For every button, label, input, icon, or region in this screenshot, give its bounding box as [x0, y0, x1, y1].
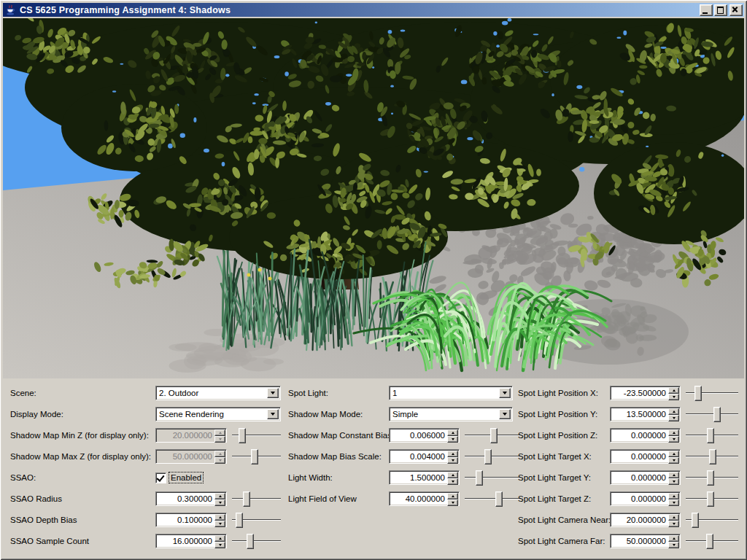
- slider-thumb[interactable]: [713, 407, 721, 422]
- spot-light-target-y-slider[interactable]: [686, 470, 738, 486]
- dropdown-arrow-button[interactable]: [499, 388, 511, 398]
- slider-thumb[interactable]: [495, 491, 503, 507]
- scene-3d-viewport[interactable]: [3, 18, 744, 378]
- spinner-up-button[interactable]: [668, 387, 679, 394]
- ssao-radius-slider[interactable]: [232, 491, 281, 507]
- spot-light-target-z-slider[interactable]: [686, 491, 738, 507]
- spinner-up-button[interactable]: [214, 514, 225, 521]
- slider-thumb[interactable]: [247, 534, 254, 549]
- slider-thumb[interactable]: [706, 534, 713, 549]
- spinner-up-button[interactable]: [447, 451, 458, 457]
- spinner-up-button[interactable]: [668, 514, 679, 521]
- dropdown-arrow-button[interactable]: [267, 388, 279, 398]
- spot-light-target-z-spinner[interactable]: 0.000000: [610, 491, 681, 506]
- ssao-checkbox-label[interactable]: Enabled: [169, 472, 204, 483]
- spinner-up-button[interactable]: [668, 451, 679, 457]
- shadow-map-bias-scale-spinner[interactable]: 0.004000: [389, 449, 460, 464]
- spot-light-camera-near-slider[interactable]: [686, 513, 738, 528]
- java-coffee-cup-icon: [5, 4, 17, 16]
- triangle-up-icon: [452, 494, 454, 497]
- spinner-up-button[interactable]: [668, 472, 679, 478]
- spinner-up-button[interactable]: [214, 493, 225, 499]
- light-width-spinner[interactable]: 1.500000: [389, 470, 460, 485]
- spinner-down-button[interactable]: [447, 457, 458, 464]
- ssao-depth-bias-slider[interactable]: [232, 513, 281, 528]
- spinner-down-button[interactable]: [214, 542, 225, 548]
- spinner-down-button[interactable]: [668, 415, 679, 421]
- ssao-sample-count-value: 16.000000: [156, 534, 214, 548]
- triangle-down-icon: [673, 417, 676, 421]
- slider-thumb[interactable]: [236, 513, 243, 528]
- spot-light-target-y-spinner[interactable]: 0.000000: [610, 470, 681, 485]
- dropdown-arrow-button[interactable]: [267, 409, 279, 419]
- slider-thumb[interactable]: [692, 513, 699, 528]
- slider-thumb[interactable]: [476, 470, 483, 486]
- spot-light-position-x-slider[interactable]: [686, 386, 738, 401]
- spot-light-position-x-spinner[interactable]: -23.500000: [610, 386, 681, 400]
- spinner-up-button[interactable]: [447, 429, 458, 436]
- spinner-down-button[interactable]: [214, 499, 225, 506]
- spinner-down-button[interactable]: [668, 436, 679, 443]
- ssao-sample-count-spinner[interactable]: 16.000000: [155, 534, 227, 548]
- shadow-map-bias-scale-slider[interactable]: [465, 449, 521, 464]
- spinner-up-button[interactable]: [668, 493, 679, 499]
- maximize-button[interactable]: [714, 4, 727, 16]
- ssao-depth-bias-spinner[interactable]: 0.100000: [155, 513, 227, 527]
- spinner-down-button[interactable]: [447, 478, 458, 485]
- light-width-slider[interactable]: [465, 470, 521, 486]
- spinner-up-button[interactable]: [214, 535, 225, 542]
- close-button[interactable]: [729, 4, 743, 16]
- spinner-up-button[interactable]: [447, 493, 458, 499]
- checkmark-icon: [156, 473, 164, 482]
- spinner-down-button[interactable]: [668, 521, 679, 527]
- spinner-down-button[interactable]: [668, 478, 679, 485]
- spot-light-position-z-spinner[interactable]: 0.000000: [610, 428, 681, 443]
- ssao-checkbox[interactable]: [155, 472, 166, 483]
- shadow-map-constant-bias-slider[interactable]: [465, 428, 521, 443]
- slider-thumb[interactable]: [707, 470, 714, 486]
- spot-light-dropdown[interactable]: 1: [389, 386, 513, 400]
- slider-thumb[interactable]: [694, 386, 702, 401]
- spot-light-camera-far-slider[interactable]: [686, 534, 738, 549]
- light-field-of-view-slider[interactable]: [465, 491, 521, 507]
- scene-dropdown[interactable]: 2. Outdoor: [155, 386, 281, 400]
- spot-light-target-x-spinner[interactable]: 0.000000: [610, 449, 681, 464]
- spinner-down-button[interactable]: [447, 499, 458, 506]
- slider-thumb[interactable]: [707, 428, 714, 443]
- spinner-down-button[interactable]: [668, 542, 679, 548]
- minimize-button[interactable]: [700, 4, 713, 16]
- slider-thumb[interactable]: [490, 428, 498, 443]
- spot-light-position-z-slider[interactable]: [686, 428, 738, 443]
- spinner-down-button[interactable]: [447, 436, 458, 443]
- spot-light-target-x-slider[interactable]: [686, 449, 738, 464]
- slider-thumb[interactable]: [709, 449, 716, 464]
- spinner-up-button[interactable]: [447, 472, 458, 478]
- spot-light-position-y-slider[interactable]: [686, 407, 738, 422]
- shadow-map-constant-bias-spinner[interactable]: 0.006000: [389, 428, 460, 443]
- slider-track: [686, 392, 738, 394]
- spinner-down-button[interactable]: [668, 457, 679, 464]
- titlebar[interactable]: CS 5625 Programming Assignment 4: Shadow…: [3, 3, 744, 17]
- ssao-sample-count-slider[interactable]: [232, 534, 281, 549]
- spinner-up-button[interactable]: [668, 535, 679, 542]
- dropdown-arrow-button[interactable]: [499, 409, 511, 419]
- spinner-up-button[interactable]: [668, 429, 679, 436]
- slider-thumb[interactable]: [484, 449, 492, 464]
- slider-thumb[interactable]: [707, 491, 714, 507]
- control-label-scene: Scene:: [10, 386, 36, 400]
- spot-light-position-y-spinner[interactable]: 13.500000: [610, 407, 681, 421]
- spinner-down-button[interactable]: [668, 394, 679, 400]
- spinner-up-button[interactable]: [668, 408, 679, 415]
- light-field-of-view-spinner[interactable]: 40.000000: [389, 491, 460, 506]
- slider-thumb[interactable]: [243, 491, 250, 507]
- spot-light-camera-near-spinner[interactable]: 20.000000: [610, 513, 681, 527]
- shadow-map-mode-dropdown[interactable]: Simple: [389, 407, 513, 421]
- spinner-down-button[interactable]: [214, 521, 225, 527]
- triangle-up-icon: [673, 515, 676, 518]
- spot-light-camera-far-value: 50.000000: [611, 534, 668, 548]
- window-title: CS 5625 Programming Assignment 4: Shadow…: [20, 5, 700, 15]
- spinner-down-button[interactable]: [668, 499, 679, 506]
- ssao-radius-spinner[interactable]: 0.300000: [155, 491, 227, 506]
- display-mode-dropdown[interactable]: Scene Rendering: [155, 407, 281, 421]
- spot-light-camera-far-spinner[interactable]: 50.000000: [610, 534, 681, 548]
